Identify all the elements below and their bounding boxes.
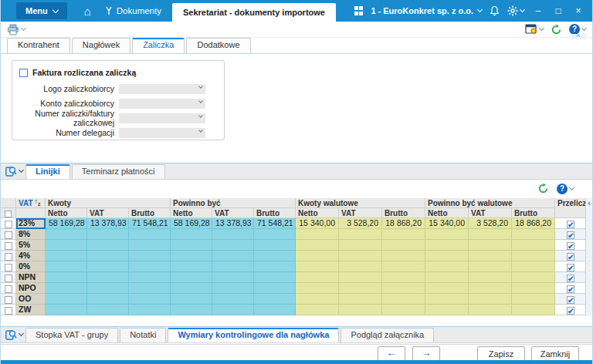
kwoty-cell[interactable] xyxy=(46,294,87,305)
powinno-byc-cell[interactable] xyxy=(171,261,212,272)
przeliczaj-checkbox[interactable]: ✔ xyxy=(567,307,574,315)
apps-grid-icon[interactable] xyxy=(354,6,364,15)
tab-kontrahent[interactable]: Kontrahent xyxy=(7,38,70,53)
kwoty-walutowe-cell[interactable] xyxy=(296,229,339,240)
powinno-byc-walutowe-cell[interactable] xyxy=(425,294,469,305)
kwoty-walutowe-cell[interactable] xyxy=(339,251,382,261)
powinno-byc-walutowe-cell[interactable] xyxy=(425,272,469,283)
tab-zaliczka[interactable]: Zaliczka xyxy=(132,38,185,53)
column-group-powinno-byc[interactable]: Powinno być xyxy=(171,198,296,208)
kwoty-cell[interactable] xyxy=(87,229,129,240)
powinno-byc-walutowe-cell[interactable] xyxy=(469,261,512,272)
column-header-netto[interactable]: Netto xyxy=(171,208,212,218)
tab-wymiary-kontrolingowe[interactable]: Wymiary kontrolingowe dla nagłówka xyxy=(168,328,339,342)
powinno-byc-cell[interactable] xyxy=(171,272,212,283)
row-checkbox[interactable] xyxy=(5,275,12,282)
powinno-byc-walutowe-cell[interactable] xyxy=(425,261,469,272)
powinno-byc-cell[interactable] xyxy=(171,305,212,315)
kwoty-walutowe-cell[interactable] xyxy=(382,272,425,283)
kwoty-cell[interactable] xyxy=(46,261,87,272)
przeliczaj-checkbox[interactable]: ✔ xyxy=(567,231,574,239)
powinno-byc-walutowe-cell[interactable] xyxy=(425,283,469,294)
powinno-byc-cell[interactable] xyxy=(254,261,296,272)
column-header-brutto[interactable]: Brutto xyxy=(129,208,171,218)
kwoty-walutowe-cell[interactable] xyxy=(382,305,425,315)
powinno-byc-walutowe-cell[interactable] xyxy=(469,240,512,251)
close-button[interactable]: × xyxy=(572,5,585,16)
przeliczaj-checkbox[interactable]: ✔ xyxy=(567,285,574,293)
column-header-brutto[interactable]: Brutto xyxy=(382,208,425,218)
grid-help-menu[interactable]: ? xyxy=(557,184,574,194)
powinno-byc-cell[interactable] xyxy=(171,283,212,294)
settings-menu[interactable] xyxy=(507,5,524,16)
row-checkbox[interactable] xyxy=(5,231,12,239)
kwoty-walutowe-cell[interactable]: 3 528,20 xyxy=(339,218,382,229)
kwoty-cell[interactable] xyxy=(87,251,129,261)
przeliczaj-checkbox[interactable]: ✔ xyxy=(567,264,574,271)
kwoty-cell[interactable] xyxy=(87,283,129,294)
powinno-byc-cell[interactable] xyxy=(254,240,296,251)
tab-podglad-zalacznika[interactable]: Podgląd załącznika xyxy=(341,328,434,342)
kwoty-walutowe-cell[interactable] xyxy=(339,229,382,240)
kwoty-cell[interactable] xyxy=(46,283,87,294)
powinno-byc-cell[interactable] xyxy=(212,272,254,283)
kwoty-cell[interactable] xyxy=(46,305,87,315)
bell-icon[interactable] xyxy=(490,5,500,16)
tab-notatki[interactable]: Notatki xyxy=(120,328,166,342)
column-header-vat[interactable]: VAT ↑z xyxy=(16,198,46,208)
kwoty-walutowe-cell[interactable] xyxy=(382,240,425,251)
row-checkbox[interactable] xyxy=(5,253,12,261)
powinno-byc-cell[interactable] xyxy=(212,261,254,272)
numer-zaliczki-select[interactable] xyxy=(119,113,205,123)
powinno-byc-cell[interactable] xyxy=(254,283,296,294)
home-icon[interactable]: ⌂ xyxy=(84,5,91,17)
kwoty-walutowe-cell[interactable] xyxy=(339,261,382,272)
logo-zaliczkobiorcy-select[interactable] xyxy=(119,84,205,94)
refresh-icon[interactable] xyxy=(537,183,549,194)
grid-filter-menu[interactable] xyxy=(5,166,23,177)
tab-terminarz-platnosci[interactable]: Terminarz płatności xyxy=(72,164,165,179)
kwoty-cell[interactable] xyxy=(129,240,171,251)
column-header-vat-amount[interactable]: VAT xyxy=(212,208,254,218)
next-record-button[interactable]: → xyxy=(412,346,440,362)
kwoty-walutowe-cell[interactable] xyxy=(382,251,425,261)
przeliczaj-checkbox[interactable]: ✔ xyxy=(567,253,574,261)
column-header-brutto[interactable]: Brutto xyxy=(254,208,296,218)
kwoty-walutowe-cell[interactable]: 18 868,20 xyxy=(382,218,425,229)
column-group-kwoty[interactable]: Kwoty xyxy=(46,198,171,208)
kwoty-walutowe-cell[interactable] xyxy=(382,229,425,240)
tab-dodatkowe[interactable]: Dodatkowe xyxy=(186,38,250,53)
powinno-byc-cell[interactable] xyxy=(254,272,296,283)
select-all-checkbox[interactable] xyxy=(5,211,12,217)
vat-rate-cell[interactable]: OO xyxy=(16,294,46,305)
powinno-byc-walutowe-cell[interactable] xyxy=(512,251,555,261)
vat-rate-cell[interactable]: 8% xyxy=(16,229,46,240)
grid-filter-menu[interactable] xyxy=(5,329,23,340)
kwoty-cell[interactable] xyxy=(87,294,129,305)
przeliczaj-checkbox[interactable]: ✔ xyxy=(567,275,574,282)
kwoty-walutowe-cell[interactable] xyxy=(339,272,382,283)
close-window-button[interactable]: Zamknij xyxy=(531,346,579,362)
kwoty-cell[interactable]: 58 169,28 xyxy=(46,218,87,229)
przeliczaj-checkbox[interactable]: ✔ xyxy=(567,242,574,250)
column-header-netto[interactable]: Netto xyxy=(296,208,339,218)
column-header-netto[interactable]: Netto xyxy=(46,208,87,218)
row-checkbox[interactable] xyxy=(5,285,12,293)
kwoty-walutowe-cell[interactable] xyxy=(296,261,339,272)
powinno-byc-cell[interactable] xyxy=(171,240,212,251)
kwoty-walutowe-cell[interactable] xyxy=(296,240,339,251)
powinno-byc-cell[interactable]: 71 548,21 xyxy=(254,218,296,229)
powinno-byc-walutowe-cell[interactable]: 3 528,20 xyxy=(469,218,512,229)
tab-linijki[interactable]: Linijki xyxy=(25,164,70,179)
powinno-byc-cell[interactable] xyxy=(171,251,212,261)
kwoty-cell[interactable] xyxy=(129,272,171,283)
print-menu[interactable] xyxy=(7,24,25,35)
powinno-byc-walutowe-cell[interactable] xyxy=(512,305,555,315)
powinno-byc-cell[interactable]: 58 169,28 xyxy=(171,218,212,229)
menu-button[interactable]: Menu xyxy=(16,2,67,19)
column-header-przeliczaj[interactable]: Przeliczaj xyxy=(555,198,587,208)
vat-rate-cell[interactable]: 5% xyxy=(16,240,46,251)
refresh-icon[interactable] xyxy=(551,24,562,35)
faktura-rozliczana-checkbox[interactable] xyxy=(19,69,28,77)
vat-rate-cell[interactable]: NPN xyxy=(16,272,46,283)
